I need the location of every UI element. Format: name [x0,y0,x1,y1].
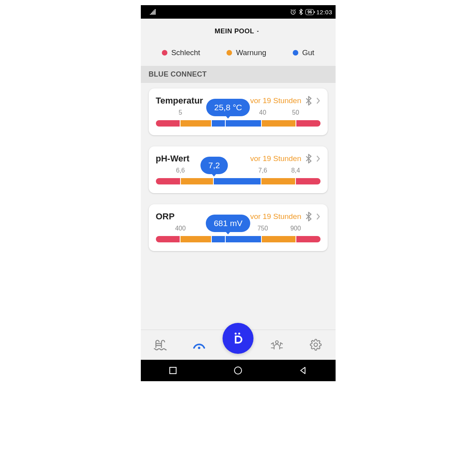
section-header: BLUE CONNECT [141,66,336,83]
android-nav-bar [141,360,336,381]
gauge: 6,67,68,47,2 [156,178,321,184]
gauge-tick: 8,4 [291,167,300,174]
card-title: ORP [156,211,175,222]
clock: 12:03 [316,9,332,15]
gauge-tick: 6,6 [176,167,185,174]
legend-bad-label: Schlecht [171,48,200,57]
pool-title: MEIN POOL [215,27,254,35]
card-time: vor 19 Stunden [250,96,301,105]
nav-recent[interactable] [169,367,177,374]
gauge-bar [156,236,321,242]
gauge-icon [192,339,206,350]
app-logo-icon [229,330,247,347]
value-bubble: 7,2 [200,157,228,174]
gauge-tick: 7,6 [258,167,267,174]
legend-warn-label: Warnung [236,48,266,57]
chevron-down-icon [254,28,261,36]
gauge-bar [156,120,321,127]
gauge-tick: 50 [292,109,299,116]
fab-button[interactable] [223,323,253,354]
signal-icon [150,9,157,15]
svg-point-2 [238,333,240,335]
svg-point-1 [234,333,236,335]
tab-gauge[interactable] [180,339,219,350]
gauge: 5405025,8 °C [156,120,321,127]
gauge: 400750900681 mV [156,236,321,242]
card-time: vor 19 Stunden [250,154,301,163]
tab-settings[interactable] [296,339,335,351]
nav-back[interactable] [299,367,307,374]
svg-point-0 [198,347,200,349]
card-title: Temperatur [156,96,203,106]
legend: Schlecht Warnung Gut [141,40,336,66]
pool-selector[interactable]: MEIN POOL [141,19,336,40]
bluetooth-icon [299,9,303,15]
pool-icon [154,339,167,351]
tab-center[interactable] [219,329,257,360]
dot-bad-icon [162,50,167,56]
tab-pool[interactable] [141,339,180,351]
svg-rect-3 [170,367,176,374]
dot-warn-icon [226,50,232,56]
bluetooth-icon [305,96,313,106]
measurement-card[interactable]: Temperaturvor 19 Stunden5405025,8 °C [149,88,328,135]
chevron-right-icon [316,155,321,163]
legend-bad: Schlecht [162,48,200,57]
dot-good-icon [293,50,298,56]
value-bubble: 681 mV [206,215,250,232]
gauge-tick: 5 [178,109,182,116]
measurement-card[interactable]: ORPvor 19 Stunden400750900681 mV [149,204,328,251]
cards-container: Temperaturvor 19 Stunden5405025,8 °CpH-W… [141,83,336,270]
chevron-right-icon [316,213,321,221]
gauge-tick: 900 [290,225,301,232]
tab-bar [141,330,336,360]
battery-indicator: 96 [305,9,314,15]
svg-point-4 [234,367,242,374]
gauge-tick: 750 [257,225,268,232]
bluetooth-icon [305,154,313,163]
value-bubble: 25,8 °C [206,99,250,116]
community-icon [270,339,284,351]
nav-home[interactable] [234,366,242,375]
legend-warn: Warnung [226,48,266,57]
measurement-card[interactable]: pH-Wertvor 19 Stunden6,67,68,47,2 [149,146,328,193]
gauge-tick: 40 [259,109,266,116]
card-time: vor 19 Stunden [250,212,301,221]
status-bar: 96 12:03 [141,5,336,19]
phone-frame: 96 12:03 MEIN POOL Schlecht Warnung Gut … [141,5,336,381]
legend-good: Gut [293,48,315,57]
card-title: pH-Wert [156,154,190,164]
alarm-icon [290,9,296,15]
gear-icon [310,339,322,351]
bluetooth-icon [305,212,313,221]
legend-good-label: Gut [302,48,315,57]
gauge-tick: 400 [175,225,186,232]
chevron-right-icon [316,97,321,105]
gauge-bar [156,178,321,184]
tab-community[interactable] [257,339,296,351]
